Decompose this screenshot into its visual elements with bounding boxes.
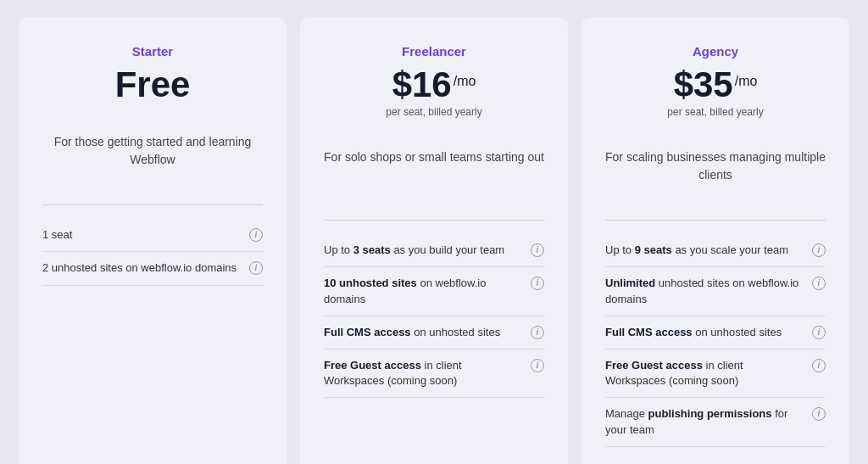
info-icon[interactable]: i (812, 326, 826, 339)
feature-text: Up to 3 seats as you build your team (324, 243, 531, 258)
feature-text: Up to 9 seats as you scale your team (605, 243, 812, 258)
info-icon[interactable]: i (812, 243, 826, 257)
plan-description-agency: For scaling businesses managing multiple… (605, 148, 826, 199)
plan-description-starter: For those getting started and learning W… (42, 133, 263, 184)
feature-item: 1 seati (42, 219, 263, 252)
plan-description-freelancer: For solo shops or small teams starting o… (324, 148, 544, 199)
feature-text: Free Guest access in client Workspaces (… (324, 358, 531, 389)
info-icon[interactable]: i (812, 359, 826, 372)
info-icon[interactable]: i (531, 243, 544, 257)
plan-name-starter: Starter (42, 44, 263, 59)
feature-item: Free Guest access in client Workspaces (… (605, 349, 826, 398)
plan-price-starter: Free (42, 65, 263, 104)
plan-price-period-agency: /mo (735, 74, 758, 89)
info-icon[interactable]: i (812, 277, 826, 290)
feature-text: 10 unhosted sites on webflow.io domains (324, 276, 531, 306)
info-icon[interactable]: i (249, 261, 263, 275)
feature-text: Free Guest access in client Workspaces (… (605, 358, 812, 389)
feature-item: 2 unhosted sites on webflow.io domainsi (42, 252, 263, 285)
feature-item: Unlimited unhosted sites on webflow.io d… (605, 267, 826, 316)
plan-price-period-freelancer: /mo (453, 74, 476, 89)
info-icon[interactable]: i (531, 359, 544, 372)
feature-item: Full CMS access on unhosted sitesi (605, 316, 826, 349)
feature-item: Up to 3 seats as you build your teami (324, 234, 544, 267)
feature-text: Manage publishing permissions for your t… (605, 406, 812, 437)
feature-text: Full CMS access on unhosted sites (605, 325, 812, 340)
pricing-container: StarterFreeFor those getting started and… (19, 17, 849, 464)
feature-text: Unlimited unhosted sites on webflow.io d… (605, 276, 812, 306)
feature-item: Up to 9 seats as you scale your teami (605, 234, 826, 267)
plan-billing-agency: per seat, billed yearly (605, 106, 826, 118)
feature-text: 1 seat (42, 227, 249, 243)
plan-card-starter: StarterFreeFor those getting started and… (19, 17, 287, 464)
feature-item: Full CMS access on unhosted sitesi (324, 316, 544, 349)
plan-price-wrapper-freelancer: $16/mo (324, 65, 544, 104)
feature-item: Manage publishing permissions for your t… (605, 398, 826, 446)
plan-billing-freelancer: per seat, billed yearly (324, 106, 544, 118)
features-list-starter: 1 seati2 unhosted sites on webflow.io do… (42, 204, 263, 444)
feature-text: 2 unhosted sites on webflow.io domains (42, 260, 249, 276)
plan-price-wrapper-agency: $35/mo (605, 65, 826, 104)
info-icon[interactable]: i (812, 407, 826, 421)
feature-text: Full CMS access on unhosted sites (324, 325, 531, 340)
plan-price-amount-freelancer: $16 (392, 65, 452, 104)
features-list-freelancer: Up to 3 seats as you build your teami10 … (324, 220, 544, 447)
info-icon[interactable]: i (531, 326, 544, 339)
plan-price-amount-agency: $35 (674, 65, 733, 104)
plan-name-agency: Agency (605, 44, 826, 59)
plan-card-freelancer: Freelancer$16/moper seat, billed yearlyF… (300, 17, 568, 464)
info-icon[interactable]: i (531, 277, 544, 290)
plan-card-agency: Agency$35/moper seat, billed yearlyFor s… (581, 17, 849, 464)
info-icon[interactable]: i (249, 228, 263, 242)
plan-name-freelancer: Freelancer (324, 44, 544, 59)
features-list-agency: Up to 9 seats as you scale your teamiUnl… (605, 220, 826, 447)
feature-item: 10 unhosted sites on webflow.io domainsi (324, 267, 544, 316)
feature-item: Free Guest access in client Workspaces (… (324, 349, 544, 398)
